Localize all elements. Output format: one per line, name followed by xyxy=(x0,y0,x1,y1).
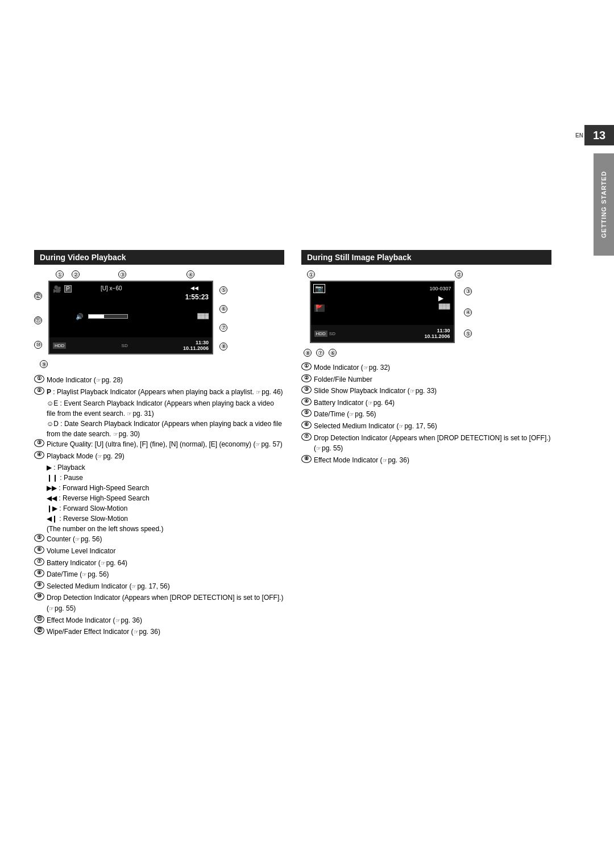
speed-indicator: ◀◀ xyxy=(190,285,198,291)
still-item-text-2: Folder/File Number xyxy=(314,374,551,385)
item-num-9: ⑨ xyxy=(34,581,44,589)
video-item-2: ② P : Playlist Playback Indicator (Appea… xyxy=(34,387,284,398)
video-item-1: ① Mode Indicator (pg. 28) xyxy=(34,375,284,386)
getting-started-sidebar: GETTING STARTED xyxy=(594,153,614,256)
video-item-2-sub: ☺E : Event Search Playback Indicator (Ap… xyxy=(34,398,284,439)
item-num-5: ⑤ xyxy=(34,534,44,542)
item-num-7: ⑦ xyxy=(34,558,44,566)
battery-indicator: ▓▓▓ xyxy=(197,313,209,319)
still-item-num-3: ③ xyxy=(301,386,312,394)
time-counter: 1:55:23 xyxy=(185,293,209,301)
callout-3-still: ③ xyxy=(464,287,472,295)
video-item-9: ⑨ Selected Medium Indicator (pg. 17, 56) xyxy=(34,581,284,592)
volume-bar xyxy=(88,314,128,319)
video-bottom-bar: HDD SD 11:30 10.11.2006 xyxy=(49,337,212,353)
still-item-num-5: ⑤ xyxy=(301,409,312,417)
item-text-10: Drop Detection Indicator (Appears when [… xyxy=(47,592,284,614)
still-item-text-4: Battery Indicator (pg. 64) xyxy=(314,398,551,408)
playback-mode-ff: ▶▶ : Forward High-Speed Search xyxy=(47,483,284,493)
main-content: During Video Playback ① ② ③ ④ ⑫ xyxy=(34,250,580,639)
still-image-playback-section: During Still Image Playback ① ② 📷 10 xyxy=(301,250,551,639)
still-descriptions: ① Mode Indicator (pg. 32) ② Folder/File … xyxy=(301,362,551,465)
still-item-text-6: Selected Medium Indicator (pg. 17, 56) xyxy=(314,421,551,432)
playback-mode-fwd-slow: ❙▶ : Forward Slow-Motion xyxy=(47,503,284,514)
callout-11-video: ⑪ xyxy=(34,316,42,324)
still-date-display: 10.11.2006 xyxy=(424,333,450,339)
still-item-4: ④ Battery Indicator (pg. 64) xyxy=(301,398,551,408)
still-item-5: ⑤ Date/Time (pg. 56) xyxy=(301,409,551,420)
video-item-5: ⑤ Counter (pg. 56) xyxy=(34,534,284,545)
item-text-1: Mode Indicator (pg. 28) xyxy=(47,375,284,386)
video-item-8: ⑧ Date/Time (pg. 56) xyxy=(34,569,284,580)
video-date-display: 10.11.2006 xyxy=(183,345,209,351)
callout-6-still: ⑥ xyxy=(329,349,337,357)
page: EN 13 GETTING STARTED During Video Playb… xyxy=(0,0,614,868)
item-text-2: P : Playlist Playback Indicator (Appears… xyxy=(47,387,284,398)
volume-fill xyxy=(89,315,104,318)
quality-text: [U] x−60 xyxy=(101,285,122,291)
still-item-1: ① Mode Indicator (pg. 32) xyxy=(301,362,551,373)
video-item-4: ④ Playback Mode (pg. 29) xyxy=(34,451,284,462)
item-text-8: Date/Time (pg. 56) xyxy=(47,569,284,580)
video-datetime: 11:30 10.11.2006 xyxy=(183,340,209,351)
video-item-10: ⑩ Drop Detection Indicator (Appears when… xyxy=(34,592,284,614)
battery-still: ▓▓▓ xyxy=(439,303,450,309)
video-item-11: ⑪ Effect Mode Indicator (pg. 36) xyxy=(34,615,284,626)
still-item-text-5: Date/Time (pg. 56) xyxy=(314,409,551,420)
callout-2-still: ② xyxy=(455,270,463,278)
video-item-4-sub: ▶ : Playback ❙❙ : Pause ▶▶ : Forward Hig… xyxy=(34,462,284,534)
video-item-2-sub-2: ☺D : Date Search Playback Indicator (App… xyxy=(47,419,284,439)
still-item-text-8: Effect Mode Indicator (pg. 36) xyxy=(314,455,551,466)
callout-6-video: ⑥ xyxy=(219,305,227,313)
item-num-12: ⑫ xyxy=(34,627,44,635)
still-item-text-1: Mode Indicator (pg. 32) xyxy=(314,362,551,373)
video-playback-title: During Video Playback xyxy=(34,250,284,265)
callout-4-video: ④ xyxy=(186,270,194,278)
callout-8-video: ⑧ xyxy=(219,343,227,350)
callout-10-video: ⑩ xyxy=(34,341,42,349)
en-label: EN xyxy=(575,132,583,139)
callout-3-video: ③ xyxy=(118,270,126,278)
two-column-layout: During Video Playback ① ② ③ ④ ⑫ xyxy=(34,250,551,639)
still-bottom-callouts: ⑧ ⑦ ⑥ xyxy=(301,349,472,357)
playback-mode-play: ▶ : Playback xyxy=(47,462,284,473)
callout-8-still: ⑧ xyxy=(304,349,312,357)
still-image-screen: 📷 100-0307 ▶ 🚩 ▓▓▓ xyxy=(310,281,455,343)
playback-mode-rev-slow: ◀❙ : Reverse Slow-Motion xyxy=(47,514,284,524)
still-item-num-2: ② xyxy=(301,374,312,382)
playback-mode-speed-note: (The number on the left shows speed.) xyxy=(47,524,284,534)
still-item-text-7: Drop Detection Indicator (Appears when [… xyxy=(314,433,551,454)
callout-1-still: ① xyxy=(307,270,315,278)
page-number-area: EN 13 xyxy=(575,125,614,145)
video-playback-section: During Video Playback ① ② ③ ④ ⑫ xyxy=(34,250,284,639)
playback-mode-rr: ◀◀ : Reverse High-Speed Search xyxy=(47,493,284,503)
item-text-11: Effect Mode Indicator (pg. 36) xyxy=(47,615,284,626)
callout-7-still: ⑦ xyxy=(316,349,324,357)
item-num-4: ④ xyxy=(34,451,44,459)
item-text-4: Playback Mode (pg. 29) xyxy=(47,451,284,462)
playback-mode-pause: ❙❙ : Pause xyxy=(47,473,284,483)
still-datetime: 11:30 10.11.2006 xyxy=(424,328,450,339)
callout-12-video: ⑫ xyxy=(34,292,42,300)
item-num-10: ⑩ xyxy=(34,592,44,600)
still-item-num-7: ⑦ xyxy=(301,433,312,441)
still-time-display: 11:30 xyxy=(424,328,450,333)
item-text-12: Wipe/Fader Effect Indicator (pg. 36) xyxy=(47,627,284,637)
callout-4-still: ④ xyxy=(464,308,472,316)
mode-icon: 🎥 xyxy=(53,285,61,293)
still-item-2: ② Folder/File Number xyxy=(301,374,551,385)
still-item-8: ⑧ Effect Mode Indicator (pg. 36) xyxy=(301,455,551,466)
item-text-9: Selected Medium Indicator (pg. 17, 56) xyxy=(47,581,284,592)
hdd-label: HDD xyxy=(53,343,66,349)
video-item-12: ⑫ Wipe/Fader Effect Indicator (pg. 36) xyxy=(34,627,284,637)
still-item-7: ⑦ Drop Detection Indicator (Appears when… xyxy=(301,433,551,454)
callout-9-video: ⑨ xyxy=(40,360,48,368)
video-item-2-sub-1: ☺E : Event Search Playback Indicator (Ap… xyxy=(47,398,284,419)
flag-icon-still: 🚩 xyxy=(314,304,325,312)
playlist-icon: P xyxy=(64,285,72,293)
still-item-text-3: Slide Show Playback Indicator (pg. 33) xyxy=(314,386,551,397)
still-hdd-area: HDD SD xyxy=(314,331,335,337)
still-sd-icon: SD xyxy=(329,331,335,336)
video-item-3: ③ Picture Quality: [U] (ultra fine), [F]… xyxy=(34,439,284,450)
still-item-num-4: ④ xyxy=(301,398,312,406)
